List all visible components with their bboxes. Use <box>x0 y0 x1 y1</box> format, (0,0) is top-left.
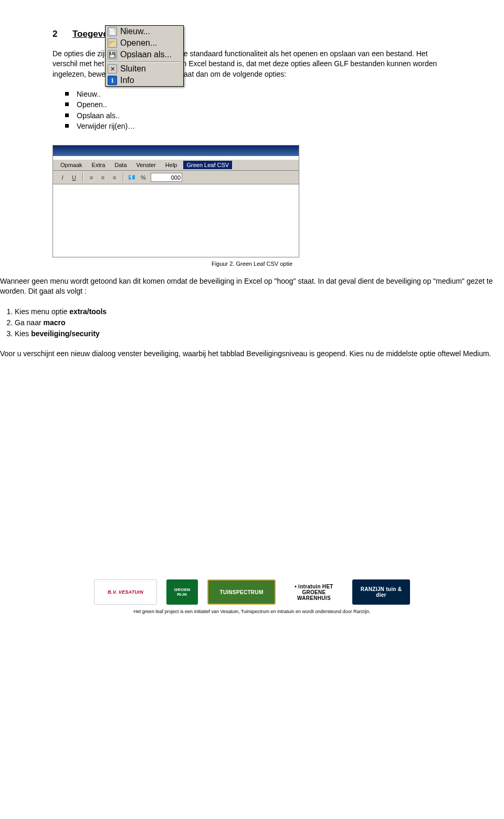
number-format-select[interactable]: 000 <box>151 173 182 182</box>
currency-icon[interactable]: 💶 <box>128 173 136 182</box>
dropdown-item-sluiten[interactable]: ✕ Sluiten <box>106 63 183 75</box>
list-item: Verwijder rij(en)… <box>65 121 452 131</box>
percent-button[interactable]: % <box>139 173 148 182</box>
logo-groenrijk: GROEN RIJK <box>166 579 198 605</box>
dropdown-label: Sluiten <box>120 64 146 74</box>
align-right-icon[interactable]: ≡ <box>110 173 119 182</box>
security-paragraph: Wanneer geen menu wordt getoond kan dit … <box>0 276 504 297</box>
dropdown-label: Openen... <box>120 38 157 48</box>
dropdown-item-opslaan-als[interactable]: 💾 Opslaan als... <box>106 49 183 60</box>
logo-ranzijn: RANZIJN tuin & dier <box>352 579 410 605</box>
open-icon: 📂 <box>108 38 117 48</box>
close-icon: ✕ <box>108 64 117 74</box>
dropdown-separator <box>108 61 181 62</box>
step-item: Ga naar macro <box>15 317 504 328</box>
underline-button[interactable]: U <box>70 173 78 182</box>
toolbar-separator <box>123 173 123 182</box>
formatting-toolbar: I U ≡ ≡ ≡ 💶 % 000 <box>53 171 299 184</box>
list-item: Openen.. <box>65 99 452 110</box>
dropdown-item-nieuw[interactable]: 📄 Nieuw... <box>106 26 183 37</box>
list-item: Opslaan als.. <box>65 110 452 121</box>
closing-paragraph: Voor u verschijnt een nieuw dialoog vens… <box>0 349 504 359</box>
dropdown-label: Nieuw... <box>120 27 150 36</box>
page-footer: B.V. VESATUIN GROEN RIJK TUINSPECTRUM • … <box>0 579 504 619</box>
logo-intratuin: • intratuin HET GROENE WARENHUIS <box>285 579 343 605</box>
menu-item-extra[interactable]: Extra <box>89 161 109 169</box>
footer-logos: B.V. VESATUIN GROEN RIJK TUINSPECTRUM • … <box>0 579 504 605</box>
footer-credit-line: Het green leaf project is een initiatief… <box>0 609 504 614</box>
steps-list: Kies menu optie extra/tools Ga naar macr… <box>0 306 504 339</box>
align-center-icon[interactable]: ≡ <box>99 173 107 182</box>
step-item: Kies menu optie extra/tools <box>15 306 504 317</box>
title-bar <box>53 146 299 156</box>
dropdown-item-openen[interactable]: 📂 Openen... <box>106 37 183 49</box>
section-number: 2 <box>52 29 72 39</box>
info-icon: ℹ <box>108 76 117 85</box>
embedded-excel-screenshot: Opmaak Extra Data Venster Help Green Lea… <box>52 145 299 257</box>
save-icon: 💾 <box>108 50 117 59</box>
dropdown-label: Info <box>120 76 134 85</box>
menu-item-opmaak[interactable]: Opmaak <box>57 161 86 169</box>
italic-button[interactable]: I <box>58 173 67 182</box>
menu-item-green-leaf-csv[interactable]: Green Leaf CSV <box>183 161 232 169</box>
menu-item-data[interactable]: Data <box>111 161 130 169</box>
menu-bar: Opmaak Extra Data Venster Help Green Lea… <box>53 159 299 171</box>
options-list: Nieuw.. Openen.. Opslaan als.. Verwijder… <box>52 89 452 131</box>
figure-caption: Figuur 2. Green Leaf CSV optie <box>0 261 504 267</box>
menu-item-help[interactable]: Help <box>162 161 181 169</box>
toolbar-separator <box>82 173 83 182</box>
logo-vesatuin: B.V. VESATUIN <box>94 579 157 605</box>
logo-tuinspectrum: TUINSPECTRUM <box>207 579 276 605</box>
step-item: Kies beveiliging/security <box>15 328 504 339</box>
green-leaf-csv-dropdown: 📄 Nieuw... 📂 Openen... 💾 Opslaan als... … <box>105 25 184 87</box>
new-icon: 📄 <box>108 27 117 36</box>
align-left-icon[interactable]: ≡ <box>87 173 96 182</box>
dropdown-label: Opslaan als... <box>120 50 172 59</box>
menu-item-venster[interactable]: Venster <box>133 161 159 169</box>
list-item: Nieuw.. <box>65 89 452 99</box>
dropdown-item-info[interactable]: ℹ Info <box>106 75 183 86</box>
